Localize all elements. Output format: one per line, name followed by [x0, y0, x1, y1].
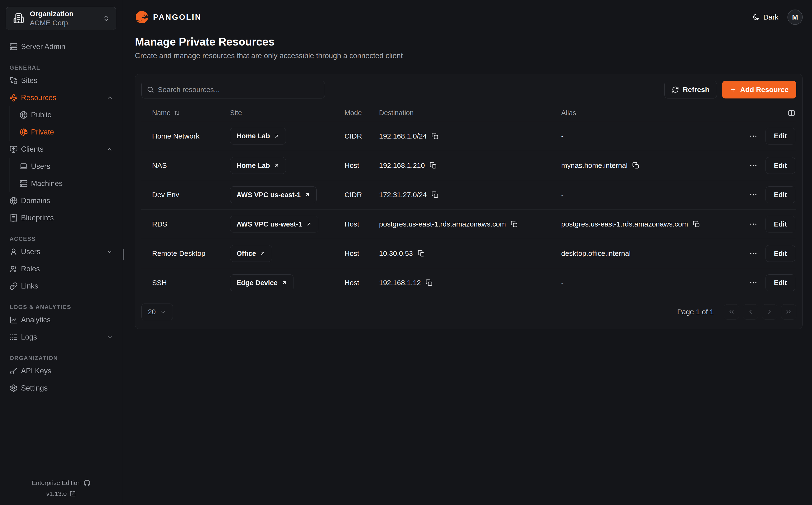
resource-mode: Host	[345, 161, 379, 170]
sidebar-item-label: Machines	[31, 179, 63, 188]
avatar[interactable]: M	[787, 10, 803, 25]
chevron-right-icon	[766, 308, 773, 315]
site-link[interactable]: AWS VPC us-west-1	[230, 216, 318, 232]
sidebar-item-users[interactable]: Users	[6, 243, 116, 261]
edit-button[interactable]: Edit	[766, 157, 795, 174]
resource-name: SSH	[141, 279, 230, 287]
sidebar-item-analytics[interactable]: Analytics	[6, 311, 116, 329]
ellipsis-icon	[749, 279, 757, 287]
resource-destination: 192.168.1.210	[379, 161, 425, 170]
copy-destination-button[interactable]	[418, 250, 425, 257]
sidebar-item-settings[interactable]: Settings	[6, 379, 116, 397]
sidebar-item-domains[interactable]: Domains	[6, 192, 116, 209]
sidebar-item-sites[interactable]: Sites	[6, 72, 116, 89]
moon-icon	[752, 13, 760, 21]
sidebar-item-label: Public	[31, 111, 51, 119]
column-header-mode: Mode	[345, 109, 379, 117]
column-header-alias: Alias	[561, 109, 728, 117]
sidebar-item-api-keys[interactable]: API Keys	[6, 362, 116, 379]
edition-row[interactable]: Enterprise Edition	[6, 478, 116, 489]
refresh-icon	[672, 86, 679, 93]
edit-button[interactable]: Edit	[766, 245, 795, 262]
columns-visibility-icon[interactable]	[788, 109, 795, 117]
sidebar-item-resources[interactable]: Resources	[6, 89, 116, 106]
sidebar-item-label: Users	[31, 162, 50, 171]
edit-button[interactable]: Edit	[766, 128, 795, 145]
sidebar-item-clients[interactable]: Clients	[6, 141, 116, 158]
gear-icon	[10, 384, 18, 392]
page-header: Manage Private Resources Create and mana…	[122, 25, 812, 60]
row-menu-button[interactable]	[749, 191, 757, 199]
resource-mode: Host	[345, 220, 379, 228]
copy-destination-button[interactable]	[430, 162, 437, 169]
edit-button[interactable]: Edit	[766, 275, 795, 291]
edit-button[interactable]: Edit	[766, 216, 795, 232]
sidebar-footer: Enterprise Edition v1.13.0	[6, 478, 116, 499]
section-label-organization: ORGANIZATION	[10, 355, 116, 361]
sidebar-item-label: Blueprints	[21, 214, 54, 222]
first-page-button[interactable]	[724, 304, 739, 320]
column-header-name[interactable]: Name	[141, 109, 230, 117]
resource-mode: Host	[345, 279, 379, 287]
sort-icon[interactable]	[174, 110, 180, 116]
prev-page-button[interactable]	[743, 304, 758, 320]
pangolin-logo[interactable]: PANGOLIN	[135, 10, 202, 24]
copy-destination-button[interactable]	[431, 191, 439, 198]
site-link[interactable]: Office	[230, 245, 272, 262]
copy-destination-button[interactable]	[511, 220, 518, 228]
sidebar-item-private[interactable]: Private	[20, 124, 116, 141]
copy-alias-button[interactable]	[693, 220, 700, 228]
sidebar-item-machines[interactable]: Machines	[20, 175, 116, 192]
site-link[interactable]: AWS VPC us-east-1	[230, 186, 317, 203]
last-page-button[interactable]	[781, 304, 796, 320]
sidebar-item-blueprints[interactable]: Blueprints	[6, 209, 116, 226]
refresh-button[interactable]: Refresh	[664, 81, 717, 99]
search-input[interactable]	[141, 81, 325, 99]
sidebar-item-label: Roles	[21, 265, 40, 273]
sidebar-scrollbar[interactable]	[123, 249, 124, 260]
edit-button[interactable]: Edit	[766, 186, 795, 203]
users-icon	[10, 265, 18, 273]
sidebar-nav: Server Admin GENERAL Sites Resources Pub…	[6, 38, 116, 397]
sidebar-item-label: Domains	[21, 196, 50, 205]
sidebar-item-public[interactable]: Public	[20, 106, 116, 124]
row-menu-button[interactable]	[749, 220, 757, 228]
search-box	[141, 81, 325, 99]
laptop-icon	[20, 162, 28, 170]
version-row[interactable]: v1.13.0	[6, 489, 116, 500]
pangolin-mark-icon	[135, 10, 149, 24]
arrow-up-right-icon	[304, 192, 310, 198]
copy-destination-button[interactable]	[431, 133, 439, 140]
row-menu-button[interactable]	[749, 161, 757, 170]
sidebar-item-label: Links	[21, 282, 38, 291]
table-row: SSH Edge Device Host 192.168.1.12 - Edit	[141, 268, 796, 297]
site-link[interactable]: Home Lab	[230, 128, 286, 145]
sidebar-item-links[interactable]: Links	[6, 278, 116, 295]
sidebar-item-label: Settings	[21, 384, 48, 392]
section-label-general: GENERAL	[10, 64, 116, 71]
site-link[interactable]: Home Lab	[230, 157, 286, 174]
row-menu-button[interactable]	[749, 132, 757, 140]
chevron-up-icon	[106, 146, 113, 153]
row-menu-button[interactable]	[749, 279, 757, 287]
next-page-button[interactable]	[762, 304, 777, 320]
resource-mode: Host	[345, 249, 379, 258]
sidebar-item-server-admin[interactable]: Server Admin	[6, 38, 116, 55]
theme-label: Dark	[763, 13, 778, 21]
row-menu-button[interactable]	[749, 249, 757, 258]
copy-destination-button[interactable]	[426, 279, 433, 286]
page-size-select[interactable]: 20	[141, 304, 173, 320]
chevron-left-icon	[747, 308, 754, 315]
site-link[interactable]: Edge Device	[230, 275, 293, 291]
theme-toggle[interactable]: Dark	[752, 13, 778, 21]
sidebar-item-client-users[interactable]: Users	[20, 158, 116, 175]
org-selector[interactable]: Organization ACME Corp.	[6, 7, 116, 30]
globe-lock-icon	[20, 128, 28, 136]
copy-alias-button[interactable]	[632, 162, 639, 169]
resource-mode: CIDR	[345, 191, 379, 199]
search-icon	[147, 86, 154, 94]
add-resource-button[interactable]: Add Resource	[722, 81, 796, 99]
sidebar-item-logs[interactable]: Logs	[6, 329, 116, 346]
sidebar-item-roles[interactable]: Roles	[6, 261, 116, 278]
globe-icon	[20, 111, 28, 119]
